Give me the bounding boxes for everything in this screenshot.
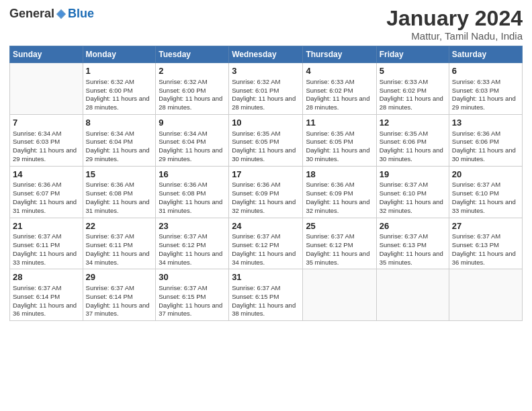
day-number: 20 — [452, 169, 519, 181]
day-info: Sunrise: 6:33 AM Sunset: 6:02 PM Dayligh… — [380, 78, 446, 112]
page: General Blue January 2024 Mattur, Tamil … — [0, 0, 532, 411]
day-info: Sunrise: 6:35 AM Sunset: 6:06 PM Dayligh… — [380, 130, 446, 164]
calendar-cell: 10Sunrise: 6:35 AM Sunset: 6:05 PM Dayli… — [229, 114, 303, 166]
day-info: Sunrise: 6:32 AM Sunset: 6:00 PM Dayligh… — [159, 78, 226, 112]
calendar-cell: 15Sunrise: 6:36 AM Sunset: 6:08 PM Dayli… — [83, 166, 156, 218]
weekday-header-sunday: Sunday — [10, 46, 83, 63]
calendar-cell: 16Sunrise: 6:36 AM Sunset: 6:08 PM Dayli… — [156, 166, 229, 218]
week-row-1: 1Sunrise: 6:32 AM Sunset: 6:00 PM Daylig… — [10, 63, 523, 115]
day-number: 7 — [13, 117, 80, 129]
weekday-header-saturday: Saturday — [449, 46, 522, 63]
day-number: 10 — [232, 117, 300, 129]
calendar-cell: 29Sunrise: 6:37 AM Sunset: 6:14 PM Dayli… — [83, 269, 156, 321]
day-number: 11 — [306, 117, 373, 129]
calendar-cell — [10, 63, 83, 115]
day-number: 31 — [232, 271, 300, 283]
sub-title: Mattur, Tamil Nadu, India — [386, 30, 523, 42]
calendar-cell: 18Sunrise: 6:36 AM Sunset: 6:09 PM Dayli… — [303, 166, 376, 218]
calendar-cell: 13Sunrise: 6:36 AM Sunset: 6:06 PM Dayli… — [449, 114, 522, 166]
calendar-cell: 24Sunrise: 6:37 AM Sunset: 6:12 PM Dayli… — [229, 218, 303, 269]
day-info: Sunrise: 6:36 AM Sunset: 6:06 PM Dayligh… — [452, 130, 519, 164]
calendar-cell: 9Sunrise: 6:34 AM Sunset: 6:04 PM Daylig… — [156, 114, 229, 166]
day-info: Sunrise: 6:36 AM Sunset: 6:09 PM Dayligh… — [232, 181, 300, 215]
day-number: 18 — [306, 169, 373, 181]
calendar-cell: 5Sunrise: 6:33 AM Sunset: 6:02 PM Daylig… — [376, 63, 449, 115]
day-info: Sunrise: 6:37 AM Sunset: 6:11 PM Dayligh… — [13, 232, 80, 267]
day-info: Sunrise: 6:37 AM Sunset: 6:10 PM Dayligh… — [380, 181, 446, 215]
day-number: 19 — [380, 169, 446, 181]
calendar-cell — [303, 269, 376, 321]
weekday-header-tuesday: Tuesday — [156, 46, 229, 63]
day-info: Sunrise: 6:37 AM Sunset: 6:10 PM Dayligh… — [452, 181, 519, 215]
day-info: Sunrise: 6:34 AM Sunset: 6:04 PM Dayligh… — [86, 130, 153, 164]
day-number: 14 — [13, 169, 80, 181]
calendar-cell: 1Sunrise: 6:32 AM Sunset: 6:00 PM Daylig… — [83, 63, 156, 115]
title-area: January 2024 Mattur, Tamil Nadu, India — [386, 7, 523, 42]
calendar-cell: 28Sunrise: 6:37 AM Sunset: 6:14 PM Dayli… — [10, 269, 83, 321]
week-row-2: 7Sunrise: 6:34 AM Sunset: 6:03 PM Daylig… — [10, 114, 523, 166]
day-number: 13 — [452, 117, 519, 129]
logo-icon — [55, 8, 67, 20]
weekday-header-row: SundayMondayTuesdayWednesdayThursdayFrid… — [10, 46, 523, 63]
day-info: Sunrise: 6:34 AM Sunset: 6:04 PM Dayligh… — [159, 130, 226, 164]
day-number: 28 — [13, 271, 80, 283]
day-info: Sunrise: 6:37 AM Sunset: 6:14 PM Dayligh… — [86, 284, 153, 318]
calendar-cell: 26Sunrise: 6:37 AM Sunset: 6:13 PM Dayli… — [376, 218, 449, 269]
day-number: 4 — [306, 65, 373, 77]
week-row-4: 21Sunrise: 6:37 AM Sunset: 6:11 PM Dayli… — [10, 218, 523, 269]
day-number: 27 — [452, 220, 519, 232]
week-row-3: 14Sunrise: 6:36 AM Sunset: 6:07 PM Dayli… — [10, 166, 523, 218]
calendar-cell: 22Sunrise: 6:37 AM Sunset: 6:11 PM Dayli… — [83, 218, 156, 269]
calendar-cell: 6Sunrise: 6:33 AM Sunset: 6:03 PM Daylig… — [449, 63, 522, 115]
logo-area: General Blue — [9, 7, 94, 21]
calendar-cell: 8Sunrise: 6:34 AM Sunset: 6:04 PM Daylig… — [83, 114, 156, 166]
calendar-cell: 27Sunrise: 6:37 AM Sunset: 6:13 PM Dayli… — [449, 218, 522, 269]
day-info: Sunrise: 6:37 AM Sunset: 6:12 PM Dayligh… — [306, 232, 373, 267]
day-number: 26 — [380, 220, 446, 232]
logo-general-text: General — [9, 7, 54, 21]
week-row-5: 28Sunrise: 6:37 AM Sunset: 6:14 PM Dayli… — [10, 269, 523, 321]
day-info: Sunrise: 6:33 AM Sunset: 6:03 PM Dayligh… — [452, 78, 519, 112]
calendar-cell: 21Sunrise: 6:37 AM Sunset: 6:11 PM Dayli… — [10, 218, 83, 269]
calendar-cell: 25Sunrise: 6:37 AM Sunset: 6:12 PM Dayli… — [303, 218, 376, 269]
day-info: Sunrise: 6:32 AM Sunset: 6:00 PM Dayligh… — [86, 78, 153, 112]
calendar-cell: 17Sunrise: 6:36 AM Sunset: 6:09 PM Dayli… — [229, 166, 303, 218]
weekday-header-thursday: Thursday — [303, 46, 376, 63]
day-info: Sunrise: 6:37 AM Sunset: 6:12 PM Dayligh… — [232, 232, 300, 267]
day-info: Sunrise: 6:37 AM Sunset: 6:14 PM Dayligh… — [13, 284, 80, 318]
main-title: January 2024 — [386, 7, 523, 30]
calendar-cell: 20Sunrise: 6:37 AM Sunset: 6:10 PM Dayli… — [449, 166, 522, 218]
day-number: 17 — [232, 169, 300, 181]
calendar-cell — [449, 269, 522, 321]
calendar-cell: 19Sunrise: 6:37 AM Sunset: 6:10 PM Dayli… — [376, 166, 449, 218]
calendar-cell: 12Sunrise: 6:35 AM Sunset: 6:06 PM Dayli… — [376, 114, 449, 166]
day-number: 3 — [232, 65, 300, 77]
day-number: 1 — [86, 65, 153, 77]
calendar-cell: 30Sunrise: 6:37 AM Sunset: 6:15 PM Dayli… — [156, 269, 229, 321]
day-info: Sunrise: 6:37 AM Sunset: 6:11 PM Dayligh… — [86, 232, 153, 267]
day-info: Sunrise: 6:36 AM Sunset: 6:07 PM Dayligh… — [13, 181, 80, 215]
day-info: Sunrise: 6:36 AM Sunset: 6:09 PM Dayligh… — [306, 181, 373, 215]
day-number: 15 — [86, 169, 153, 181]
day-number: 24 — [232, 220, 300, 232]
day-info: Sunrise: 6:36 AM Sunset: 6:08 PM Dayligh… — [159, 181, 226, 215]
day-number: 30 — [159, 271, 226, 283]
day-info: Sunrise: 6:34 AM Sunset: 6:03 PM Dayligh… — [13, 130, 80, 164]
day-info: Sunrise: 6:36 AM Sunset: 6:08 PM Dayligh… — [86, 181, 153, 215]
logo-blue-text: Blue — [68, 7, 94, 21]
calendar-cell: 2Sunrise: 6:32 AM Sunset: 6:00 PM Daylig… — [156, 63, 229, 115]
day-number: 2 — [159, 65, 226, 77]
day-info: Sunrise: 6:37 AM Sunset: 6:15 PM Dayligh… — [232, 284, 300, 318]
day-number: 16 — [159, 169, 226, 181]
day-info: Sunrise: 6:32 AM Sunset: 6:01 PM Dayligh… — [232, 78, 300, 112]
day-info: Sunrise: 6:37 AM Sunset: 6:12 PM Dayligh… — [159, 232, 226, 267]
calendar-cell: 31Sunrise: 6:37 AM Sunset: 6:15 PM Dayli… — [229, 269, 303, 321]
day-number: 9 — [159, 117, 226, 129]
calendar-cell: 11Sunrise: 6:35 AM Sunset: 6:05 PM Dayli… — [303, 114, 376, 166]
day-number: 22 — [86, 220, 153, 232]
calendar-cell: 14Sunrise: 6:36 AM Sunset: 6:07 PM Dayli… — [10, 166, 83, 218]
logo: General Blue — [9, 7, 94, 21]
calendar-cell: 4Sunrise: 6:33 AM Sunset: 6:02 PM Daylig… — [303, 63, 376, 115]
day-number: 12 — [380, 117, 446, 129]
day-number: 5 — [380, 65, 446, 77]
